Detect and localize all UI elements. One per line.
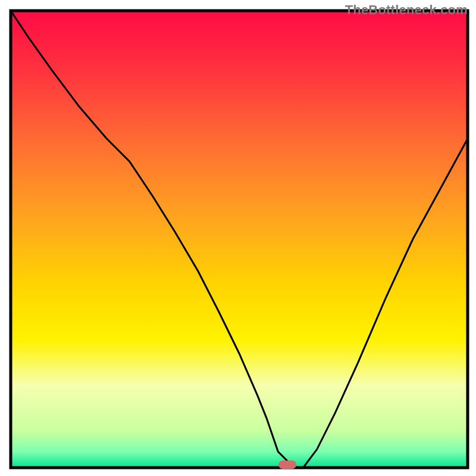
selection-marker <box>278 461 296 469</box>
chart-container: TheBottleneck.com <box>0 0 476 476</box>
chart-svg <box>0 0 476 476</box>
watermark-text: TheBottleneck.com <box>345 4 468 17</box>
severity-gradient <box>11 11 468 468</box>
